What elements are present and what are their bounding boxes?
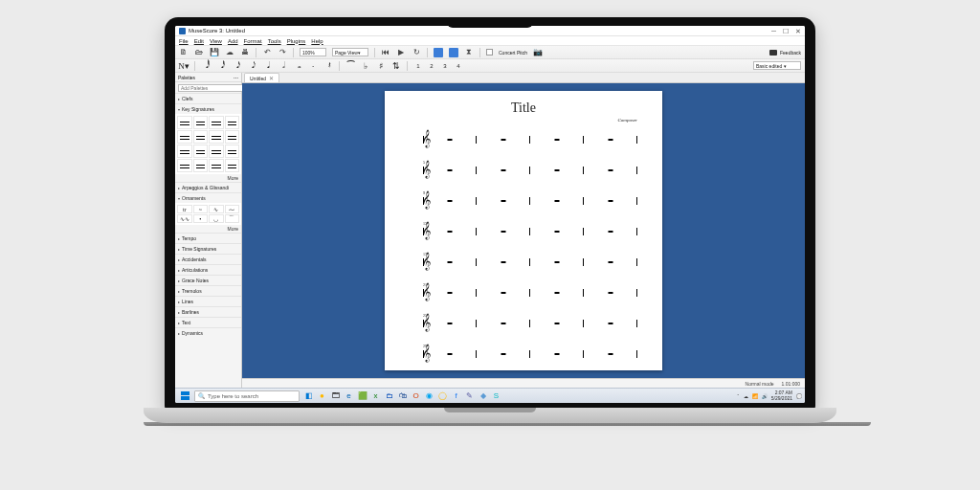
ornament-cell[interactable]: ~ [193, 205, 209, 213]
ornament-cell[interactable]: ⌒ [225, 214, 240, 223]
palettes-menu-icon[interactable]: ⋯ [234, 75, 238, 80]
duration-8th[interactable]: 𝅘𝅥𝅮 [247, 61, 256, 71]
staff-system[interactable]: 29𝄞 [410, 343, 637, 366]
close-tab-icon[interactable]: ✕ [269, 75, 274, 81]
key-signature-cell[interactable] [209, 159, 224, 172]
key-signature-cell[interactable] [193, 130, 209, 144]
ornament-cell[interactable]: • [193, 214, 209, 223]
rest-icon[interactable]: 𝄽 [323, 61, 333, 71]
voice-2[interactable]: 2 [427, 61, 436, 71]
palette-barlines[interactable]: ▸Barlines [175, 306, 241, 317]
key-signature-cell[interactable] [193, 145, 209, 158]
voice-1[interactable]: 1 [413, 61, 423, 71]
palette-ornaments[interactable]: ▾Ornaments [175, 192, 241, 203]
score-canvas[interactable]: Title Composer 𝄞5𝄞9𝄞13𝄞17𝄞21𝄞25𝄞29𝄞 [242, 83, 805, 378]
duration-quarter[interactable]: 𝅘𝅥 [262, 61, 272, 71]
menu-tools[interactable]: Tools [268, 38, 281, 44]
menu-edit[interactable]: Edit [194, 38, 204, 44]
tab-untitled[interactable]: Untitled ✕ [244, 73, 279, 82]
feedback-icon[interactable] [769, 50, 777, 56]
add-palettes-input[interactable] [178, 84, 244, 92]
play-icon[interactable]: ▶ [396, 48, 406, 57]
duration-16th[interactable]: 𝅘𝅥𝅯 [232, 61, 241, 71]
duration-32nd[interactable]: 𝅘𝅥𝅰 [216, 61, 226, 71]
taskbar-app[interactable]: O [410, 390, 422, 402]
palette-arpeggios-glissandi[interactable]: ▸Arpeggios & Glissandi [175, 182, 241, 192]
note-input-icon[interactable]: N▾ [179, 61, 189, 71]
close-button[interactable]: ✕ [795, 28, 801, 34]
key-signature-cell[interactable] [225, 145, 240, 158]
score-composer[interactable]: Composer [410, 118, 637, 122]
duration-64th[interactable]: 𝅘𝅥𝅱 [201, 61, 211, 71]
palette-articulations[interactable]: ▸Articulations [175, 264, 241, 275]
undo-icon[interactable]: ↶ [262, 48, 272, 57]
palette-more[interactable]: More [175, 174, 241, 182]
camera-icon[interactable]: 📷 [533, 48, 543, 57]
palette-time-signatures[interactable]: ▸Time Signatures [175, 243, 241, 254]
ornament-cell[interactable]: ∿ [209, 205, 224, 213]
system-tray[interactable]: ˄ ☁ 📶 🔊 2:07 AM 5/29/2021 💬 [737, 390, 802, 401]
palette-clefs[interactable]: ▸Clefs [175, 93, 241, 103]
taskbar-app[interactable]: ● [316, 390, 328, 402]
palette-dynamics[interactable]: ▸Dynamics [175, 327, 241, 338]
duration-whole[interactable]: 𝅝 [293, 61, 302, 71]
palette-key-signatures[interactable]: ▾Key Signatures [175, 103, 241, 114]
ornament-cell[interactable]: ∿∿ [177, 214, 192, 223]
menu-file[interactable]: File [179, 38, 189, 44]
menu-add[interactable]: Add [228, 38, 238, 44]
palette-accidentals[interactable]: ▸Accidentals [175, 254, 241, 264]
taskbar-app[interactable]: x [369, 390, 382, 402]
concert-pitch-checkbox[interactable] [486, 49, 493, 56]
open-file-icon[interactable]: 🗁 [194, 48, 204, 57]
voice-4[interactable]: 4 [454, 61, 463, 71]
taskbar-app[interactable]: 🗔 [329, 390, 342, 402]
palette-tremolos[interactable]: ▸Tremolos [175, 285, 241, 296]
staff-system[interactable]: 𝄞 [410, 128, 637, 151]
start-button[interactable] [178, 390, 191, 402]
rewind-icon[interactable]: ⏮ [381, 48, 390, 57]
print-icon[interactable]: 🖶 [240, 48, 250, 57]
key-signature-cell[interactable] [193, 159, 209, 172]
taskbar-app[interactable]: 🗀 [383, 390, 395, 402]
score-title[interactable]: Title [410, 100, 637, 116]
staff-system[interactable]: 13𝄞 [410, 220, 637, 243]
palette-lines[interactable]: ▸Lines [175, 296, 241, 306]
flip-icon[interactable]: ⇅ [391, 61, 401, 71]
key-signature-cell[interactable] [177, 130, 192, 144]
loop-icon[interactable]: ↻ [412, 48, 421, 57]
key-signature-cell[interactable] [225, 159, 240, 172]
staff-system[interactable]: 21𝄞 [410, 281, 637, 304]
menu-help[interactable]: Help [311, 38, 323, 44]
taskbar-app[interactable]: ◯ [436, 390, 449, 402]
tray-cloud-icon[interactable]: ☁ [744, 393, 748, 399]
key-signature-cell[interactable] [193, 116, 209, 129]
tray-wifi-icon[interactable]: 📶 [752, 393, 758, 399]
minimize-button[interactable]: ─ [771, 28, 776, 34]
metronome-icon[interactable]: ⧗ [464, 48, 474, 57]
notifications-icon[interactable]: 💬 [796, 393, 802, 399]
menu-plugins[interactable]: Plugins [287, 38, 306, 44]
save-icon[interactable]: 💾 [210, 48, 219, 57]
cloud-icon[interactable]: ☁ [225, 48, 234, 57]
staff-system[interactable]: 5𝄞 [410, 159, 637, 182]
palette-text[interactable]: ▸Text [175, 317, 241, 327]
ornament-cell[interactable]: ◡ [209, 214, 224, 223]
taskbar-app[interactable]: S [490, 390, 502, 402]
key-signature-cell[interactable] [209, 116, 224, 129]
zoom-select[interactable]: 100% [300, 48, 326, 56]
staff-system[interactable]: 9𝄞 [410, 189, 637, 212]
taskbar-app[interactable]: ◆ [477, 390, 489, 402]
maximize-button[interactable]: ☐ [783, 28, 789, 34]
sharp-icon[interactable]: ♯ [376, 61, 386, 71]
taskbar-app[interactable]: f [450, 390, 462, 402]
new-file-icon[interactable]: 🗎 [179, 48, 189, 57]
staff-system[interactable]: 25𝄞 [410, 312, 637, 335]
menu-format[interactable]: Format [244, 38, 262, 44]
ornament-cell[interactable]: ⁓ [225, 205, 240, 213]
tie-icon[interactable]: ⁀ [345, 61, 355, 71]
duration-dot[interactable]: · [308, 61, 318, 71]
menu-view[interactable]: View [210, 38, 222, 44]
taskbar-app[interactable]: 🛍 [396, 390, 409, 402]
key-signature-cell[interactable] [177, 116, 192, 129]
key-signature-cell[interactable] [177, 159, 192, 172]
